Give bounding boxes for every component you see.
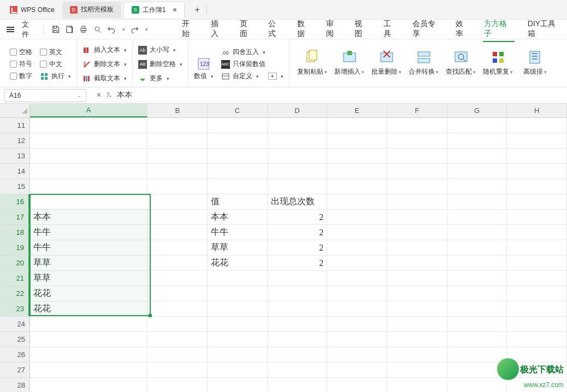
cell-B12[interactable] (147, 133, 208, 149)
cell-B14[interactable] (147, 164, 208, 179)
row-header-22[interactable]: 22 (0, 286, 29, 301)
cell-F22[interactable] (387, 286, 447, 301)
row-header-27[interactable]: 27 (0, 363, 29, 378)
cell-H22[interactable] (507, 286, 567, 301)
cell-C25[interactable] (208, 332, 268, 347)
cell-C18[interactable]: 牛牛 (208, 225, 268, 240)
cell-H25[interactable] (507, 332, 567, 347)
cell-H24[interactable] (507, 317, 567, 332)
cell-A18[interactable]: 牛牛 (30, 225, 147, 240)
row-header-18[interactable]: 18 (0, 225, 29, 240)
cell-F21[interactable] (387, 271, 447, 286)
merge-button[interactable]: 合并转换▾ (406, 44, 441, 82)
cell-E13[interactable] (327, 149, 387, 164)
row-header-26[interactable]: 26 (0, 347, 29, 363)
check-english[interactable]: 英文 (40, 46, 71, 58)
cell-C21[interactable] (208, 271, 268, 286)
row-header-20[interactable]: 20 (0, 256, 29, 271)
cell-F25[interactable] (387, 332, 447, 347)
menu-tab-0[interactable]: 开始 (181, 17, 198, 42)
col-header-C[interactable]: C (208, 104, 268, 117)
row-header-24[interactable]: 24 (0, 317, 29, 332)
cell-E28[interactable] (327, 378, 387, 392)
cell-E25[interactable] (327, 332, 387, 347)
menu-tab-5[interactable]: 审阅 (325, 17, 342, 42)
menu-icon[interactable] (4, 27, 16, 32)
cell-H23[interactable] (507, 301, 567, 317)
number-button[interactable]: 数值▾ (194, 70, 214, 82)
cell-H21[interactable] (507, 271, 567, 286)
cell-D18[interactable]: 2 (268, 225, 328, 240)
row-header-25[interactable]: 25 (0, 332, 29, 347)
cell-D21[interactable] (268, 271, 328, 286)
cell-E17[interactable] (327, 210, 387, 225)
extract-text-button[interactable]: 截取文本▾ (82, 73, 127, 85)
fx-icon[interactable]: fₓ (107, 91, 111, 99)
cell-G13[interactable] (447, 149, 507, 164)
cell-A21[interactable]: 草草 (30, 271, 147, 286)
cell-H19[interactable] (507, 240, 567, 256)
cell-F27[interactable] (387, 363, 447, 378)
cell-D24[interactable] (268, 317, 328, 332)
cell-B20[interactable] (147, 256, 208, 271)
check-chinese[interactable]: 中文 (40, 58, 71, 70)
col-header-F[interactable]: F (387, 104, 447, 117)
menu-tab-10[interactable]: 方方格子 (483, 17, 514, 42)
cell-A17[interactable]: 本本 (30, 210, 147, 225)
menu-tab-1[interactable]: 插入 (210, 17, 227, 42)
cell-G16[interactable] (447, 194, 507, 210)
formula-input-area[interactable]: ✕ fₓ 本本 (92, 89, 563, 102)
random-button[interactable]: 随机重复▾ (481, 44, 516, 82)
cell-E21[interactable] (327, 271, 387, 286)
menu-tab-3[interactable]: 公式 (267, 17, 284, 42)
cell-H27[interactable] (507, 363, 567, 378)
cell-H18[interactable] (507, 225, 567, 240)
custom-button[interactable]: 自定义▾ +▾ (221, 70, 284, 82)
round-button[interactable]: .00四舍五入▾ (221, 46, 284, 58)
cell-D25[interactable] (268, 332, 328, 347)
cell-F24[interactable] (387, 317, 447, 332)
cell-E14[interactable] (327, 164, 387, 179)
redo-dropdown-icon[interactable]: ▾ (145, 27, 148, 32)
sort-button[interactable]: 高级排▾ (518, 44, 553, 82)
cell-H15[interactable] (507, 179, 567, 194)
cell-B16[interactable] (147, 194, 208, 210)
undo-icon[interactable] (107, 25, 116, 34)
cell-A14[interactable] (30, 164, 147, 179)
cell-D23[interactable] (268, 301, 328, 317)
col-header-G[interactable]: G (447, 104, 507, 117)
spreadsheet-grid[interactable]: ABCDEFGH 1112131415161718192021222324252… (0, 104, 567, 392)
cell-C14[interactable] (208, 164, 268, 179)
cell-A23[interactable]: 花花 (30, 301, 147, 317)
delete-text-button[interactable]: 删除文本▾ (82, 58, 127, 70)
cell-G28[interactable] (447, 378, 507, 392)
check-space[interactable]: 空格 (10, 46, 32, 58)
col-header-H[interactable]: H (507, 104, 567, 117)
file-menu[interactable]: 文件 (22, 20, 36, 39)
row-header-15[interactable]: 15 (0, 179, 29, 194)
cell-G12[interactable] (447, 133, 507, 149)
cell-A25[interactable] (30, 332, 147, 347)
cell-F13[interactable] (387, 149, 447, 164)
cell-B11[interactable] (147, 118, 208, 133)
cell-E19[interactable] (327, 240, 387, 256)
cell-D17[interactable]: 2 (268, 210, 328, 225)
redo-icon[interactable] (131, 25, 139, 34)
cell-F11[interactable] (387, 118, 447, 133)
cell-H13[interactable] (507, 149, 567, 164)
cell-F15[interactable] (387, 179, 447, 194)
cell-D27[interactable] (268, 363, 328, 378)
cell-C27[interactable] (208, 363, 268, 378)
cell-E20[interactable] (327, 256, 387, 271)
cell-G17[interactable] (447, 210, 507, 225)
cell-B27[interactable] (147, 363, 208, 378)
row-header-17[interactable]: 17 (0, 210, 29, 225)
cell-G14[interactable] (447, 164, 507, 179)
print-icon[interactable] (79, 25, 88, 34)
cell-G21[interactable] (447, 271, 507, 286)
cell-F26[interactable] (387, 347, 447, 363)
cell-F12[interactable] (387, 133, 447, 149)
cell-H12[interactable] (507, 133, 567, 149)
cell-G19[interactable] (447, 240, 507, 256)
insert-button[interactable]: 新增插入▾ (332, 44, 367, 82)
